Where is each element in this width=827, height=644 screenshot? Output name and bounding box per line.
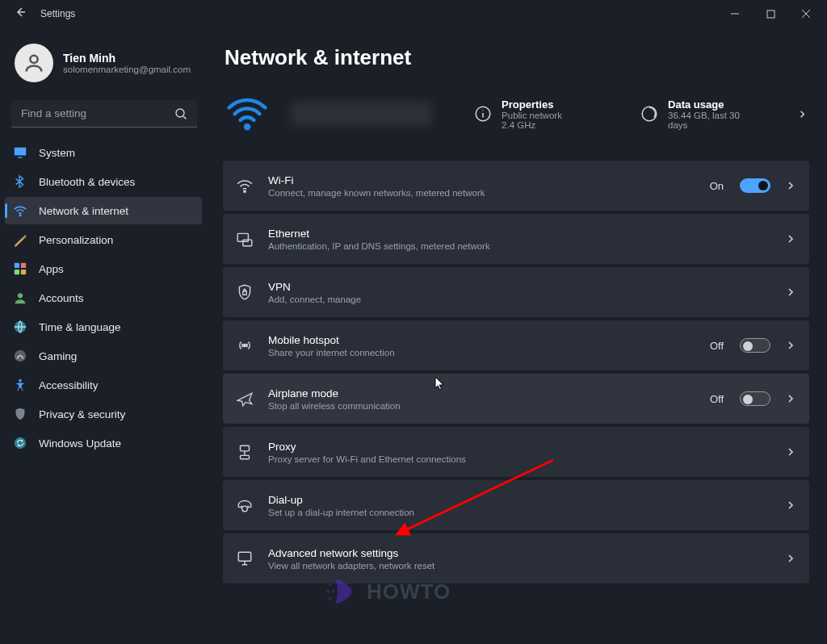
row-vpn[interactable]: VPNAdd, connect, manage bbox=[223, 267, 809, 317]
svg-point-24 bbox=[242, 506, 248, 512]
wifi-state: On bbox=[710, 180, 724, 192]
system-icon bbox=[13, 145, 27, 160]
proxy-icon bbox=[236, 443, 254, 461]
sidebar-item-personalization[interactable]: Personalization bbox=[5, 226, 202, 253]
network-hero: Properties Public network 2.4 GHz Data u… bbox=[223, 85, 809, 161]
data-usage-tile[interactable]: Data usage 36.44 GB, last 30 days bbox=[640, 98, 762, 130]
globe-icon bbox=[13, 320, 27, 334]
sidebar-item-gaming[interactable]: Gaming bbox=[5, 342, 202, 370]
svg-point-9 bbox=[18, 293, 23, 298]
row-subtitle: Add, connect, manage bbox=[268, 295, 770, 304]
svg-point-30 bbox=[332, 590, 334, 592]
sidebar-item-time-language[interactable]: Time & language bbox=[5, 313, 202, 341]
bluetooth-icon bbox=[13, 174, 27, 189]
svg-point-27 bbox=[329, 583, 331, 586]
sidebar-item-label: Bluetooth & devices bbox=[39, 176, 135, 188]
svg-rect-3 bbox=[15, 148, 26, 156]
svg-point-2 bbox=[176, 109, 184, 117]
sidebar-item-accessibility[interactable]: Accessibility bbox=[5, 371, 202, 399]
svg-point-4 bbox=[19, 215, 21, 216]
sidebar-item-label: Personalization bbox=[39, 234, 113, 246]
hotspot-icon bbox=[236, 337, 254, 354]
row-title: Wi-Fi bbox=[268, 174, 695, 186]
row-ethernet[interactable]: EthernetAuthentication, IP and DNS setti… bbox=[223, 214, 809, 264]
airplane-toggle[interactable] bbox=[740, 391, 770, 406]
chevron-right-icon bbox=[797, 108, 808, 119]
row-airplane[interactable]: Airplane modeStop all wireless communica… bbox=[223, 374, 809, 424]
ethernet-icon bbox=[236, 230, 254, 248]
dialup-icon bbox=[236, 496, 254, 514]
page-title: Network & internet bbox=[225, 45, 809, 70]
svg-rect-0 bbox=[767, 10, 775, 18]
sidebar-item-label: Windows Update bbox=[39, 437, 121, 450]
shield-lock-icon bbox=[236, 283, 254, 301]
svg-point-29 bbox=[329, 597, 331, 600]
sidebar-item-apps[interactable]: Apps bbox=[5, 255, 202, 282]
row-subtitle: Connect, manage known networks, metered … bbox=[268, 188, 695, 198]
user-name: Tien Minh bbox=[63, 52, 191, 65]
sidebar-item-label: Privacy & security bbox=[39, 408, 125, 420]
chevron-right-icon bbox=[785, 393, 796, 404]
row-subtitle: Share your internet connection bbox=[268, 348, 695, 358]
sidebar-item-label: Apps bbox=[39, 263, 64, 275]
chevron-right-icon bbox=[785, 233, 796, 245]
data-usage-label: Data usage bbox=[668, 98, 762, 111]
row-hotspot[interactable]: Mobile hotspotShare your internet connec… bbox=[223, 320, 809, 370]
close-button[interactable] bbox=[788, 1, 824, 27]
maximize-button[interactable] bbox=[753, 1, 788, 27]
apps-icon bbox=[13, 261, 27, 276]
svg-rect-22 bbox=[241, 445, 250, 451]
row-advanced[interactable]: Advanced network settingsView all networ… bbox=[223, 533, 809, 583]
row-wifi[interactable]: Wi-FiConnect, manage known networks, met… bbox=[223, 161, 809, 211]
sidebar-item-label: Accounts bbox=[39, 292, 84, 304]
sidebar-item-network[interactable]: Network & internet bbox=[5, 197, 202, 224]
row-proxy[interactable]: ProxyProxy server for Wi-Fi and Ethernet… bbox=[223, 427, 809, 477]
sidebar-item-privacy[interactable]: Privacy & security bbox=[5, 400, 202, 428]
row-title: Mobile hotspot bbox=[268, 334, 695, 346]
row-subtitle: Authentication, IP and DNS settings, met… bbox=[268, 241, 770, 251]
row-title: Advanced network settings bbox=[268, 547, 770, 559]
search-input[interactable] bbox=[21, 107, 174, 119]
sidebar-item-update[interactable]: Windows Update bbox=[5, 429, 202, 457]
row-title: Proxy bbox=[268, 441, 770, 453]
sidebar-item-accounts[interactable]: Accounts bbox=[5, 284, 202, 312]
sidebar-item-label: Time & language bbox=[39, 321, 121, 333]
row-dialup[interactable]: Dial-upSet up a dial-up internet connect… bbox=[223, 480, 809, 530]
window-title: Settings bbox=[40, 8, 75, 19]
hotspot-toggle[interactable] bbox=[740, 338, 770, 353]
svg-rect-23 bbox=[241, 455, 250, 458]
ssid-redacted bbox=[291, 102, 432, 126]
sidebar-item-label: Accessibility bbox=[39, 379, 99, 391]
svg-rect-20 bbox=[243, 291, 246, 295]
data-usage-sub: 36.44 GB, last 30 days bbox=[668, 111, 762, 130]
svg-point-13 bbox=[15, 437, 26, 449]
wifi-toggle[interactable] bbox=[740, 178, 770, 193]
row-subtitle: Set up a dial-up internet connection bbox=[268, 508, 770, 517]
svg-rect-19 bbox=[243, 240, 252, 246]
accounts-icon bbox=[13, 291, 27, 305]
chevron-right-icon bbox=[785, 446, 796, 458]
chevron-right-icon bbox=[785, 553, 796, 564]
airplane-state: Off bbox=[710, 393, 724, 405]
properties-label: Properties bbox=[502, 98, 562, 111]
titlebar: Settings bbox=[0, 0, 827, 27]
back-button[interactable] bbox=[15, 6, 27, 22]
sidebar-item-bluetooth[interactable]: Bluetooth & devices bbox=[5, 168, 202, 195]
airplane-icon bbox=[236, 390, 254, 408]
row-title: Airplane mode bbox=[268, 387, 695, 399]
chevron-right-icon bbox=[785, 286, 796, 298]
properties-sub2: 2.4 GHz bbox=[502, 120, 562, 130]
svg-rect-25 bbox=[238, 552, 250, 561]
connected-wifi-icon bbox=[225, 90, 270, 138]
search-box[interactable] bbox=[11, 100, 197, 128]
user-email: solomenmarketing@gmail.com bbox=[63, 65, 191, 74]
advanced-network-icon bbox=[236, 550, 254, 567]
update-icon bbox=[13, 436, 27, 450]
user-card[interactable]: Tien Minh solomenmarketing@gmail.com bbox=[0, 34, 208, 97]
data-usage-icon bbox=[640, 105, 658, 123]
properties-tile[interactable]: Properties Public network 2.4 GHz bbox=[474, 98, 595, 130]
sidebar-item-label: Network & internet bbox=[39, 205, 128, 217]
minimize-button[interactable] bbox=[717, 1, 753, 27]
chevron-right-icon bbox=[785, 500, 796, 511]
sidebar-item-system[interactable]: System bbox=[5, 139, 202, 166]
